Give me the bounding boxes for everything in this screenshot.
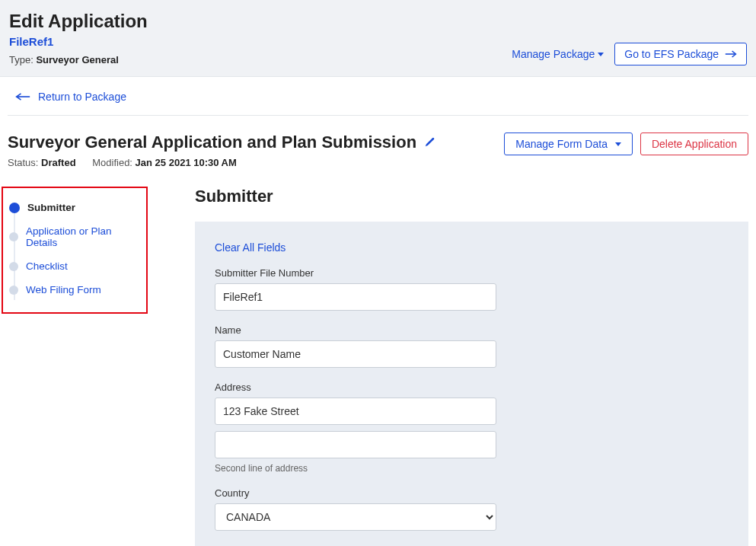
main-area: Submitter Application or Plan Details Ch… xyxy=(0,168,756,546)
modified-label: Modified: xyxy=(92,157,132,168)
arrow-right-icon xyxy=(725,49,737,59)
step-checklist[interactable]: Checklist xyxy=(9,254,140,278)
field-submitter-file-number: Submitter File Number xyxy=(215,267,729,311)
type-label: Type: xyxy=(9,54,33,65)
manage-form-data-label: Manage Form Data xyxy=(515,138,608,150)
address-help-text: Second line of address xyxy=(215,463,729,474)
submitter-file-number-input[interactable] xyxy=(215,283,496,311)
step-label: Submitter xyxy=(27,202,75,213)
manage-package-dropdown[interactable]: Manage Package xyxy=(509,43,607,65)
status-line: Status: Drafted Modified: Jan 25 2021 10… xyxy=(8,157,435,168)
delete-application-label: Delete Application xyxy=(652,138,737,150)
step-indicator-icon xyxy=(9,232,18,241)
return-to-package-label: Return to Package xyxy=(38,91,126,103)
step-indicator-icon xyxy=(9,262,18,271)
header-actions: Manage Package Go to EFS Package xyxy=(509,43,747,65)
caret-down-icon xyxy=(615,142,621,146)
step-application-plan-details[interactable]: Application or Plan Details xyxy=(9,219,140,254)
page-title: Edit Application xyxy=(9,11,747,32)
name-label: Name xyxy=(215,324,729,336)
go-to-efs-label: Go to EFS Package xyxy=(624,48,719,60)
status-label: Status: xyxy=(8,157,38,168)
app-header: Edit Application FileRef1 Type: Surveyor… xyxy=(0,0,756,77)
step-label: Web Filing Form xyxy=(26,284,101,295)
manage-form-data-dropdown[interactable]: Manage Form Data xyxy=(504,133,633,155)
step-submitter[interactable]: Submitter xyxy=(9,196,140,219)
step-label: Checklist xyxy=(26,260,68,272)
manage-package-label: Manage Package xyxy=(512,48,595,60)
step-web-filing-form[interactable]: Web Filing Form xyxy=(9,278,140,302)
form-title-block: Surveyor General Application and Plan Su… xyxy=(8,133,435,168)
address-label: Address xyxy=(215,382,729,393)
clear-all-fields-link[interactable]: Clear All Fields xyxy=(215,241,285,254)
return-row: Return to Package xyxy=(8,77,748,116)
address-line2-input[interactable] xyxy=(215,431,496,458)
caret-down-icon xyxy=(598,53,604,56)
step-indicator-icon xyxy=(9,286,18,295)
step-label: Application or Plan Details xyxy=(26,225,140,248)
submitter-form-panel: Clear All Fields Submitter File Number N… xyxy=(195,222,748,546)
form-title: Surveyor General Application and Plan Su… xyxy=(8,133,416,152)
content-column: Submitter Clear All Fields Submitter Fil… xyxy=(195,187,748,546)
field-name: Name xyxy=(215,324,729,368)
country-select[interactable]: CANADA xyxy=(215,503,496,531)
wizard-stepper: Submitter Application or Plan Details Ch… xyxy=(2,187,148,314)
modified-value: Jan 25 2021 10:30 AM xyxy=(136,157,237,168)
status-value: Drafted xyxy=(41,157,76,168)
name-input[interactable] xyxy=(215,340,496,368)
form-header-actions: Manage Form Data Delete Application xyxy=(504,133,748,155)
field-address: Address Second line of address xyxy=(215,382,729,474)
field-country: Country CANADA xyxy=(215,487,729,531)
step-indicator-icon xyxy=(9,203,20,213)
arrow-left-icon xyxy=(15,91,30,102)
section-title: Submitter xyxy=(195,187,748,206)
file-reference-link[interactable]: FileRef1 xyxy=(9,35,53,48)
submitter-file-number-label: Submitter File Number xyxy=(215,267,729,279)
form-header-row: Surveyor General Application and Plan Su… xyxy=(0,116,756,168)
address-line1-input[interactable] xyxy=(215,398,496,425)
country-label: Country xyxy=(215,487,729,499)
delete-application-button[interactable]: Delete Application xyxy=(640,133,748,155)
return-to-package-link[interactable]: Return to Package xyxy=(15,91,126,103)
edit-pencil-icon[interactable] xyxy=(424,137,435,148)
go-to-efs-button[interactable]: Go to EFS Package xyxy=(614,43,747,65)
type-value: Surveyor General xyxy=(36,54,118,65)
